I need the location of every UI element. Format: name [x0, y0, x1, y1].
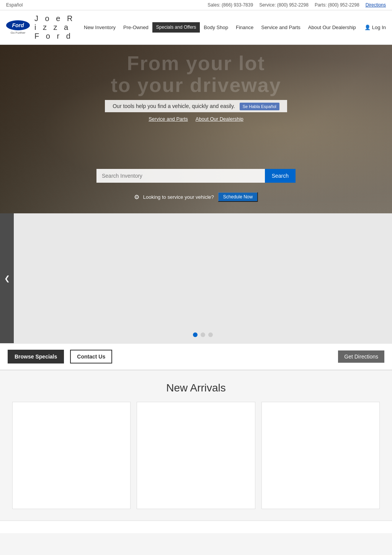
top-bar: Español Sales: (866) 933-7839 Service: (… — [0, 0, 392, 10]
service-text: Looking to service your vehicle? — [143, 194, 214, 200]
go-further-text: Go Further — [11, 31, 26, 34]
nav-pre-owned[interactable]: Pre-Owned — [119, 19, 152, 36]
dealer-name: J o e R i z z a F o r d — [34, 10, 80, 44]
left-arrow-icon: ❮ — [4, 274, 10, 283]
slide-prev-button[interactable]: ❮ — [0, 213, 14, 343]
cta-section: Browse Specials Contact Us Get Direction… — [0, 344, 392, 370]
slide-dots — [193, 332, 213, 337]
nav-service-parts[interactable]: Service and Parts — [257, 19, 304, 36]
arrival-card-3[interactable] — [261, 402, 380, 509]
slide-dot-2[interactable] — [208, 332, 213, 337]
arrivals-grid — [12, 402, 380, 509]
search-input[interactable] — [96, 169, 265, 183]
slide-content — [14, 213, 392, 343]
hero-subtitle: Our tools help you find a vehicle, quick… — [105, 100, 287, 112]
directions-link[interactable]: Directions — [366, 2, 386, 8]
about-link[interactable]: About Our Dealership — [196, 116, 243, 122]
hero-text-line2: to your driveway — [111, 74, 281, 96]
slide-dot-1[interactable] — [201, 332, 205, 337]
browse-specials-button[interactable]: Browse Specials — [8, 350, 64, 363]
nav-about[interactable]: About Our Dealership — [304, 19, 360, 36]
footer — [0, 521, 392, 533]
contact-us-button[interactable]: Contact Us — [70, 350, 112, 363]
slide-dot-active[interactable] — [193, 332, 198, 337]
hero-section: From your lot to your driveway Our tools… — [0, 45, 392, 213]
nav-body-shop[interactable]: Body Shop — [200, 19, 232, 36]
ford-logo: Ford — [6, 20, 30, 30]
contact-info: Sales: (866) 933-7839 Service: (800) 952… — [207, 2, 386, 8]
nav-finance[interactable]: Finance — [232, 19, 257, 36]
nav-new-inventory[interactable]: New Inventory — [80, 19, 119, 36]
person-icon: 👤 — [364, 25, 371, 30]
schedule-now-button[interactable]: Schedule Now — [218, 192, 258, 202]
language-switcher[interactable]: Español — [6, 2, 23, 8]
service-parts-link[interactable]: Service and Parts — [149, 116, 188, 122]
arrival-card-2[interactable] — [137, 402, 255, 509]
hero-big-text: From your lot to your driveway — [111, 52, 281, 96]
slideshow-section: ❮ — [0, 213, 392, 344]
gear-icon: ⚙ — [134, 193, 139, 201]
arrival-card-1[interactable] — [12, 402, 131, 509]
new-arrivals-title: New Arrivals — [8, 382, 384, 394]
logo-area: Ford Go Further — [6, 18, 30, 37]
hero-search-area: Search — [96, 169, 296, 183]
parts-phone: Parts: (800) 952-2298 — [315, 2, 359, 8]
hero-secondary-nav: Service and Parts About Our Dealership — [149, 116, 243, 122]
habla-badge: Se Habla Español — [240, 103, 279, 110]
hero-overlay: From your lot to your driveway Our tools… — [0, 45, 392, 213]
new-arrivals-section: New Arrivals — [0, 370, 392, 521]
main-nav: Ford Go Further J o e R i z z a F o r d … — [0, 10, 392, 45]
login-label: Log In — [372, 25, 386, 30]
login-button[interactable]: 👤 Log In — [364, 25, 386, 30]
sales-phone: Sales: (866) 933-7839 — [207, 2, 253, 8]
search-button[interactable]: Search — [265, 169, 296, 183]
nav-specials[interactable]: Specials and Offers — [152, 22, 200, 33]
nav-links: New Inventory Pre-Owned Specials and Off… — [80, 19, 386, 36]
service-phone: Service: (800) 952-2298 — [259, 2, 309, 8]
hero-service-bar: ⚙ Looking to service your vehicle? Sched… — [134, 192, 258, 202]
hero-text-line1: From your lot — [111, 52, 281, 74]
get-directions-button[interactable]: Get Directions — [338, 350, 384, 363]
ford-logo-text: Ford — [12, 22, 24, 28]
